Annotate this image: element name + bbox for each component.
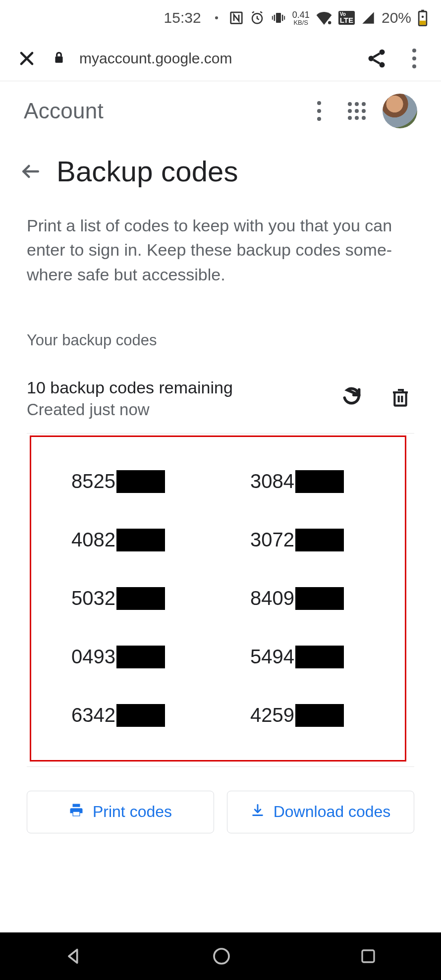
section-label: Your backup codes bbox=[0, 287, 441, 349]
back-button[interactable] bbox=[19, 160, 43, 183]
svg-rect-10 bbox=[420, 21, 426, 25]
svg-rect-15 bbox=[394, 392, 406, 406]
redaction bbox=[295, 587, 344, 610]
backup-code: 5032 bbox=[42, 569, 220, 628]
nav-recent-button[interactable] bbox=[359, 947, 377, 965]
page-title-row: Backup codes bbox=[0, 141, 441, 192]
nav-home-button[interactable] bbox=[212, 946, 231, 966]
svg-rect-16 bbox=[73, 812, 80, 816]
svg-rect-18 bbox=[362, 950, 374, 962]
status-separator-dot bbox=[215, 16, 218, 19]
svg-rect-4 bbox=[282, 15, 283, 21]
redaction bbox=[295, 646, 344, 668]
backup-code: 4259 bbox=[220, 686, 399, 745]
redaction bbox=[116, 646, 165, 668]
wifi-icon bbox=[316, 11, 332, 25]
svg-point-12 bbox=[380, 49, 385, 54]
redaction bbox=[116, 587, 165, 610]
refresh-button[interactable] bbox=[341, 386, 363, 411]
account-menu-button[interactable] bbox=[307, 99, 331, 123]
codes-remaining: 10 backup codes remaining bbox=[27, 378, 341, 397]
backup-code: 5494 bbox=[220, 628, 399, 686]
backup-code: 6342 bbox=[42, 686, 220, 745]
nav-back-button[interactable] bbox=[64, 946, 84, 966]
svg-rect-9 bbox=[421, 10, 424, 12]
backup-code: 3084 bbox=[220, 452, 399, 511]
battery-icon bbox=[417, 9, 428, 26]
codes-created: Created just now bbox=[27, 400, 341, 419]
backup-code: 3072 bbox=[220, 511, 399, 569]
svg-point-13 bbox=[369, 55, 374, 61]
browser-menu-button[interactable] bbox=[402, 47, 426, 70]
page-title: Backup codes bbox=[56, 155, 238, 188]
svg-point-17 bbox=[214, 949, 229, 964]
account-title: Account bbox=[24, 99, 293, 123]
print-codes-button[interactable]: Print codes bbox=[27, 791, 214, 833]
svg-rect-5 bbox=[272, 16, 273, 20]
backup-code: 8409 bbox=[220, 569, 399, 628]
lock-icon bbox=[53, 50, 65, 67]
battery-percent: 20% bbox=[382, 9, 411, 26]
share-button[interactable] bbox=[365, 47, 388, 70]
svg-point-14 bbox=[380, 62, 385, 67]
page-description: Print a list of codes to keep with you t… bbox=[0, 192, 441, 287]
network-speed-indicator: 0.41 KB/S bbox=[292, 10, 310, 26]
account-header: Account bbox=[0, 81, 441, 141]
redaction bbox=[295, 529, 344, 551]
svg-rect-6 bbox=[284, 16, 285, 20]
download-codes-label: Download codes bbox=[274, 803, 391, 821]
status-bar: 15:32 0.41 KB/S Vo LTE 20% bbox=[0, 0, 441, 36]
system-nav-bar bbox=[0, 932, 441, 980]
browser-bar: myaccount.google.com bbox=[0, 36, 441, 81]
apps-grid-button[interactable] bbox=[345, 99, 369, 123]
print-icon bbox=[69, 803, 84, 821]
redaction bbox=[116, 529, 165, 551]
svg-rect-11 bbox=[55, 56, 62, 62]
download-codes-button[interactable]: Download codes bbox=[227, 791, 414, 833]
redaction bbox=[116, 470, 165, 493]
close-button[interactable] bbox=[15, 47, 39, 70]
delete-button[interactable] bbox=[390, 386, 410, 411]
svg-rect-2 bbox=[276, 13, 281, 23]
vibrate-icon bbox=[271, 10, 286, 25]
codes-status-row: 10 backup codes remaining Created just n… bbox=[0, 349, 441, 433]
redaction bbox=[295, 470, 344, 493]
nfc-icon bbox=[229, 10, 244, 25]
status-time: 15:32 bbox=[164, 9, 201, 26]
print-codes-label: Print codes bbox=[93, 803, 172, 821]
url-text[interactable]: myaccount.google.com bbox=[79, 50, 351, 67]
avatar[interactable] bbox=[383, 94, 417, 128]
backup-code: 4082 bbox=[42, 511, 220, 569]
svg-rect-3 bbox=[274, 15, 275, 21]
download-icon bbox=[251, 803, 265, 821]
backup-code: 0493 bbox=[42, 628, 220, 686]
svg-point-7 bbox=[328, 21, 331, 24]
volte-badge: Vo LTE bbox=[338, 11, 355, 25]
redaction bbox=[295, 704, 344, 727]
actions-row: Print codes Download codes bbox=[0, 767, 441, 833]
codes-container: 8525 3084 4082 3072 5032 8409 0493 5494 … bbox=[27, 433, 414, 767]
redaction bbox=[116, 704, 165, 727]
backup-code: 8525 bbox=[42, 452, 220, 511]
alarm-icon bbox=[250, 10, 265, 25]
signal-icon bbox=[361, 11, 376, 25]
